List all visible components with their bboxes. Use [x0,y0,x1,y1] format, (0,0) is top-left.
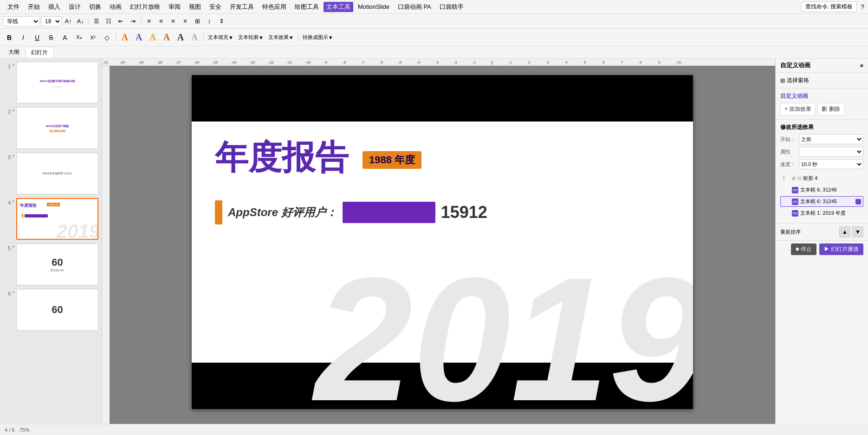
numbered-list-btn[interactable]: ☷ [103,16,114,27]
slide-content-1[interactable]: WPS 动态数字演示体验示例 • • • • • • [16,62,98,103]
convert-diagram-btn[interactable]: 转换成图示 ▼ [301,31,335,44]
menu-animation[interactable]: 动画 [106,1,125,13]
anim-item-3[interactable]: ≡≡ 文本框 6: 31245 [780,196,863,207]
align-justify-btn[interactable]: ≡ [180,16,191,27]
appstore-label[interactable]: AppStore 好评用户： [228,205,337,220]
svg-text:-16: -16 [194,60,200,64]
ruler-vertical [102,66,110,424]
tab-slides[interactable]: 幻灯片 [25,47,54,58]
custom-anim-section: 目定义动画 + 添加效果 删 删除 [776,89,868,120]
font-size-selector[interactable]: 18 [41,16,62,26]
anim-item-2[interactable]: ≡≡ 文本框 6: 31245 [780,185,863,195]
font-color-btn[interactable]: A [58,31,71,44]
menu-design[interactable]: 设计 [65,1,84,13]
right-panel-close[interactable]: × [860,62,863,69]
sort-down-btn[interactable]: ▼ [852,226,863,237]
menu-insert[interactable]: 插入 [45,1,64,13]
text-outline-btn[interactable]: 文本轮廓 ▼ [236,31,266,44]
search-bar[interactable]: 查找命令, 搜索模板 [801,1,857,12]
svg-text:-7: -7 [361,60,365,64]
svg-text:-13: -13 [250,60,255,64]
line-spacing-btn[interactable]: ↕ [204,16,215,27]
font-increase-btn[interactable]: A↑ [63,16,74,27]
italic-btn[interactable]: I [17,31,30,44]
slide-main-title[interactable]: 年度报告 1988 年度 [215,135,421,180]
font-name-selector[interactable]: 等线 [3,16,40,26]
menu-start[interactable]: 开始 [24,1,44,13]
stop-label: ■ 停止 [796,245,812,253]
slide-content-5[interactable]: 60 商试倒计时 [16,243,98,285]
select-pane-label[interactable]: 选择窗格 [787,77,809,84]
menu-texttool[interactable]: 文本工具 [324,2,353,12]
slide-num-4: 4 [3,198,11,205]
align-center-btn[interactable]: ≡ [155,16,167,27]
add-effect-btn[interactable]: + 添加效果 [780,103,816,115]
menu-file[interactable]: 文件 [4,1,23,13]
align-right-btn[interactable]: ≡ [168,16,179,27]
speed-select[interactable]: 10.0 秒 [799,159,863,169]
slide-content-2[interactable]: WPS日活用户突破 10,000,000 [16,107,98,149]
text-style-a4-btn[interactable]: A [160,31,173,44]
stop-btn[interactable]: ■ 停止 [791,243,816,255]
menu-devtools[interactable]: 开发工具 [226,1,258,13]
menu-pocketanim[interactable]: 口袋动画 PA [394,1,435,13]
year-badge[interactable]: 1988 年度 [363,151,421,169]
superscript-btn[interactable]: X² [86,31,99,44]
text-style-a2-btn[interactable]: A [132,31,145,44]
svg-rect-65 [102,66,110,424]
text-style-a3-btn[interactable]: A [146,31,159,44]
tab-outline[interactable]: 大纲 [3,47,25,58]
text-style-a6-btn[interactable]: A [188,31,201,44]
col-layout-btn[interactable]: ⊞ [192,16,203,27]
menu-security[interactable]: 安全 [206,1,225,13]
text-style-a1-btn[interactable]: A [118,31,131,44]
slide-canvas[interactable]: 2019 年度报告 1988 年度 AppStore 好评用户： 15912 [192,75,693,409]
menu-drawtool[interactable]: 绘图工具 [291,1,323,13]
strikethrough-btn[interactable]: S [45,31,58,44]
anim-item-4[interactable]: ≡≡ 文本框 1: 2019 年度 [780,208,863,218]
play-btn[interactable]: ▶ 幻灯片播放 [819,243,863,255]
underline-btn[interactable]: U [31,31,44,44]
start-select[interactable]: 之前 [799,134,863,144]
slide-content-6[interactable]: 60 [16,289,98,331]
sort-up-btn[interactable]: ▲ [839,226,850,237]
separator-5 [298,33,298,42]
text-style-a5-btn[interactable]: A [174,31,187,44]
help-icon[interactable]: ? [861,3,864,11]
slide-num-2: 2 [3,107,11,115]
menu-bar: 文件 开始 插入 设计 切换 动画 幻灯片放映 审阅 视图 安全 开发工具 特色… [0,0,868,14]
subscript-btn[interactable]: X₂ [72,31,85,44]
slide-thumb-1: 1 * WPS 动态数字演示体验示例 • • • • • • [2,61,99,104]
purple-progress-bar[interactable] [343,202,435,223]
slide-num-1: 1 [3,62,11,69]
anim-item-1[interactable]: 1 ⊞ ⊟ 矩形 4 [780,173,863,184]
align-left-btn[interactable]: ≡ [143,16,155,27]
bold-btn[interactable]: B [3,31,16,44]
thumb-1-title: WPS 动态数字演示体验示例 [38,77,77,85]
slide-content-3[interactable]: WPS文件崩溃率 0.01% [16,153,98,194]
ruler-horizontal: -21 -20 -19 -18 -17 -16 -15 [102,58,775,66]
slide-num-3: 3 [3,153,11,160]
delete-effect-btn[interactable]: 删 删除 [817,103,844,115]
menu-view[interactable]: 视图 [185,1,205,13]
para-spacing-btn[interactable]: ⇕ [216,16,227,27]
bullet-list-btn[interactable]: ☰ [91,16,102,27]
clear-format-btn[interactable]: ◇ [100,31,113,44]
canvas-area[interactable]: 2019 年度报告 1988 年度 AppStore 好评用户： 15912 [110,66,775,424]
menu-transition[interactable]: 切换 [85,1,105,13]
text-effect-btn[interactable]: 文本效果 ▼ [266,31,296,44]
attr-select[interactable] [799,147,863,157]
slide-content-4[interactable]: 2019 年度报告 1988 年度 [16,198,98,240]
indent-btn[interactable]: ⇥ [127,16,138,27]
font-decrease-btn[interactable]: A↓ [75,16,86,27]
menu-pockethelper[interactable]: 口袋助手 [436,1,467,13]
menu-slideshow[interactable]: 幻灯片放映 [126,1,164,13]
menu-motionslide[interactable]: MotionSlide [354,2,393,12]
text-outline-label: 文本轮廓 [238,34,259,41]
anim-icon-2: ≡≡ [792,187,798,193]
bar-number[interactable]: 15912 [441,203,487,222]
outdent-btn[interactable]: ⇤ [115,16,126,27]
menu-features[interactable]: 特色应用 [259,1,290,13]
text-fill-btn[interactable]: 文本填充 ▼ [206,31,235,44]
menu-review[interactable]: 审阅 [165,1,184,13]
